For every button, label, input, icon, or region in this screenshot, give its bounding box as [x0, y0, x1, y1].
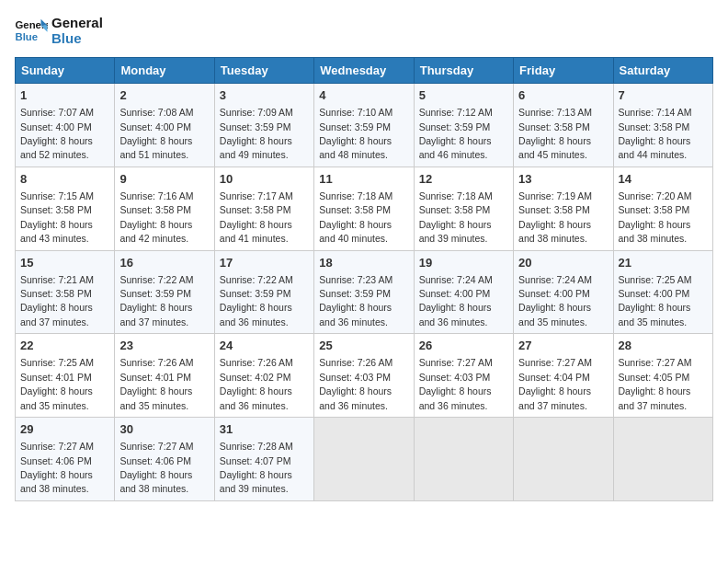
calendar-cell: 16Sunrise: 7:22 AMSunset: 3:59 PMDayligh…	[115, 250, 214, 334]
day-info: Sunrise: 7:13 AMSunset: 3:58 PMDaylight:…	[518, 107, 592, 160]
header-wednesday: Wednesday	[314, 58, 414, 84]
page-header: General Blue General Blue	[15, 15, 713, 46]
calendar-cell	[613, 418, 712, 501]
calendar-cell: 5Sunrise: 7:12 AMSunset: 3:59 PMDaylight…	[414, 84, 513, 167]
logo: General Blue General Blue	[15, 15, 103, 46]
calendar-cell: 25Sunrise: 7:26 AMSunset: 4:03 PMDayligh…	[314, 334, 414, 418]
day-number: 14	[619, 171, 708, 188]
calendar-cell: 26Sunrise: 7:27 AMSunset: 4:03 PMDayligh…	[414, 334, 513, 418]
day-number: 25	[319, 338, 408, 354]
day-number: 26	[419, 338, 508, 354]
day-number: 9	[119, 171, 209, 188]
day-number: 13	[518, 171, 608, 188]
day-info: Sunrise: 7:24 AMSunset: 4:00 PMDaylight:…	[419, 274, 493, 327]
header-saturday: Saturday	[613, 58, 712, 84]
day-number: 27	[518, 338, 608, 354]
day-info: Sunrise: 7:28 AMSunset: 4:07 PMDaylight:…	[220, 441, 293, 494]
calendar-cell: 31Sunrise: 7:28 AMSunset: 4:07 PMDayligh…	[214, 418, 313, 501]
day-info: Sunrise: 7:21 AMSunset: 3:58 PMDaylight:…	[20, 274, 94, 327]
day-info: Sunrise: 7:18 AMSunset: 3:58 PMDaylight:…	[319, 190, 392, 244]
day-info: Sunrise: 7:10 AMSunset: 3:59 PMDaylight:…	[319, 107, 392, 160]
day-info: Sunrise: 7:22 AMSunset: 3:59 PMDaylight:…	[119, 274, 193, 327]
logo-text-line1: General	[51, 15, 103, 30]
day-info: Sunrise: 7:22 AMSunset: 3:59 PMDaylight:…	[220, 274, 293, 327]
day-number: 31	[220, 421, 309, 438]
day-number: 7	[619, 87, 708, 104]
day-number: 12	[419, 171, 508, 188]
calendar-cell: 13Sunrise: 7:19 AMSunset: 3:58 PMDayligh…	[514, 167, 613, 250]
calendar-cell: 4Sunrise: 7:10 AMSunset: 3:59 PMDaylight…	[314, 84, 414, 167]
calendar-cell: 1Sunrise: 7:07 AMSunset: 4:00 PMDaylight…	[16, 84, 115, 167]
calendar-cell: 23Sunrise: 7:26 AMSunset: 4:01 PMDayligh…	[115, 334, 214, 418]
calendar-cell: 3Sunrise: 7:09 AMSunset: 3:59 PMDaylight…	[214, 84, 313, 167]
calendar-cell: 17Sunrise: 7:22 AMSunset: 3:59 PMDayligh…	[214, 250, 313, 334]
day-info: Sunrise: 7:27 AMSunset: 4:06 PMDaylight:…	[119, 441, 193, 494]
day-number: 3	[220, 87, 309, 104]
calendar-cell: 11Sunrise: 7:18 AMSunset: 3:58 PMDayligh…	[314, 167, 414, 250]
day-info: Sunrise: 7:16 AMSunset: 3:58 PMDaylight:…	[119, 190, 193, 244]
day-info: Sunrise: 7:18 AMSunset: 3:58 PMDaylight:…	[419, 190, 493, 244]
day-info: Sunrise: 7:14 AMSunset: 3:58 PMDaylight:…	[619, 107, 692, 160]
calendar-week-3: 15Sunrise: 7:21 AMSunset: 3:58 PMDayligh…	[16, 250, 713, 334]
day-number: 28	[619, 338, 708, 354]
day-info: Sunrise: 7:12 AMSunset: 3:59 PMDaylight:…	[419, 107, 493, 160]
calendar-cell: 2Sunrise: 7:08 AMSunset: 4:00 PMDaylight…	[115, 84, 214, 167]
calendar-cell: 7Sunrise: 7:14 AMSunset: 3:58 PMDaylight…	[613, 84, 712, 167]
day-number: 5	[419, 87, 508, 104]
day-info: Sunrise: 7:08 AMSunset: 4:00 PMDaylight:…	[119, 107, 193, 160]
calendar-cell: 27Sunrise: 7:27 AMSunset: 4:04 PMDayligh…	[514, 334, 613, 418]
day-info: Sunrise: 7:17 AMSunset: 3:58 PMDaylight:…	[220, 190, 293, 244]
day-info: Sunrise: 7:26 AMSunset: 4:02 PMDaylight:…	[220, 357, 293, 410]
logo-text-line2: Blue	[51, 30, 103, 46]
day-number: 22	[20, 338, 109, 354]
day-number: 18	[319, 255, 408, 271]
day-info: Sunrise: 7:24 AMSunset: 4:00 PMDaylight:…	[518, 274, 592, 327]
day-info: Sunrise: 7:23 AMSunset: 3:59 PMDaylight:…	[319, 274, 392, 327]
calendar-week-5: 29Sunrise: 7:27 AMSunset: 4:06 PMDayligh…	[16, 418, 713, 501]
calendar-cell: 9Sunrise: 7:16 AMSunset: 3:58 PMDaylight…	[115, 167, 214, 250]
day-number: 11	[319, 171, 408, 188]
day-info: Sunrise: 7:26 AMSunset: 4:01 PMDaylight:…	[119, 357, 193, 410]
day-info: Sunrise: 7:07 AMSunset: 4:00 PMDaylight:…	[20, 107, 94, 160]
calendar-cell: 8Sunrise: 7:15 AMSunset: 3:58 PMDaylight…	[16, 167, 115, 250]
day-number: 1	[20, 87, 109, 104]
day-number: 23	[119, 338, 209, 354]
calendar-cell: 10Sunrise: 7:17 AMSunset: 3:58 PMDayligh…	[214, 167, 313, 250]
calendar-cell	[514, 418, 613, 501]
calendar-table: SundayMondayTuesdayWednesdayThursdayFrid…	[15, 57, 713, 501]
day-info: Sunrise: 7:25 AMSunset: 4:01 PMDaylight:…	[20, 357, 94, 410]
day-info: Sunrise: 7:25 AMSunset: 4:00 PMDaylight:…	[619, 274, 692, 327]
svg-text:Blue: Blue	[16, 31, 39, 42]
day-number: 30	[119, 421, 209, 438]
day-info: Sunrise: 7:27 AMSunset: 4:03 PMDaylight:…	[419, 357, 493, 410]
day-info: Sunrise: 7:09 AMSunset: 3:59 PMDaylight:…	[220, 107, 293, 160]
day-number: 21	[619, 255, 708, 271]
day-number: 17	[220, 255, 309, 271]
day-number: 4	[319, 87, 408, 104]
calendar-cell: 14Sunrise: 7:20 AMSunset: 3:58 PMDayligh…	[613, 167, 712, 250]
calendar-week-1: 1Sunrise: 7:07 AMSunset: 4:00 PMDaylight…	[16, 84, 713, 167]
calendar-cell: 20Sunrise: 7:24 AMSunset: 4:00 PMDayligh…	[514, 250, 613, 334]
day-number: 20	[518, 255, 608, 271]
calendar-cell: 22Sunrise: 7:25 AMSunset: 4:01 PMDayligh…	[16, 334, 115, 418]
calendar-header-row: SundayMondayTuesdayWednesdayThursdayFrid…	[16, 58, 713, 84]
calendar-cell: 30Sunrise: 7:27 AMSunset: 4:06 PMDayligh…	[115, 418, 214, 501]
calendar-cell: 12Sunrise: 7:18 AMSunset: 3:58 PMDayligh…	[414, 167, 513, 250]
day-info: Sunrise: 7:27 AMSunset: 4:05 PMDaylight:…	[619, 357, 692, 410]
day-number: 15	[20, 255, 109, 271]
calendar-week-2: 8Sunrise: 7:15 AMSunset: 3:58 PMDaylight…	[16, 167, 713, 250]
calendar-cell: 6Sunrise: 7:13 AMSunset: 3:58 PMDaylight…	[514, 84, 613, 167]
header-friday: Friday	[514, 58, 613, 84]
calendar-cell: 24Sunrise: 7:26 AMSunset: 4:02 PMDayligh…	[214, 334, 313, 418]
header-monday: Monday	[115, 58, 214, 84]
day-number: 29	[20, 421, 109, 438]
calendar-cell: 19Sunrise: 7:24 AMSunset: 4:00 PMDayligh…	[414, 250, 513, 334]
day-info: Sunrise: 7:27 AMSunset: 4:04 PMDaylight:…	[518, 357, 592, 410]
day-info: Sunrise: 7:27 AMSunset: 4:06 PMDaylight:…	[20, 441, 94, 494]
day-info: Sunrise: 7:20 AMSunset: 3:58 PMDaylight:…	[619, 190, 692, 244]
day-number: 16	[119, 255, 209, 271]
day-number: 2	[119, 87, 209, 104]
calendar-cell: 28Sunrise: 7:27 AMSunset: 4:05 PMDayligh…	[613, 334, 712, 418]
header-thursday: Thursday	[414, 58, 513, 84]
day-number: 19	[419, 255, 508, 271]
